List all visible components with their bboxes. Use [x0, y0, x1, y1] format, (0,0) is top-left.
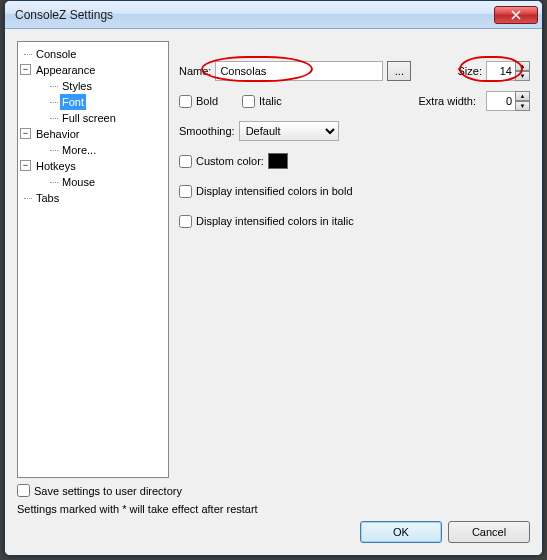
font-settings-panel: Name: ... Size: ▲ ▼ — [179, 41, 530, 478]
dialog-content: Console − Appearance Styles Font Full sc… — [5, 29, 542, 555]
intensified-bold-label: Display intensified colors in bold — [196, 185, 353, 197]
custom-color-label: Custom color: — [196, 155, 264, 167]
tree-node-styles[interactable]: Styles — [46, 78, 166, 94]
size-input[interactable] — [486, 61, 516, 81]
size-down-button[interactable]: ▼ — [515, 71, 530, 81]
tree-node-font[interactable]: Font — [46, 94, 166, 110]
collapse-icon[interactable]: − — [20, 128, 31, 139]
close-icon — [511, 10, 521, 20]
extra-width-up-button[interactable]: ▲ — [515, 91, 530, 101]
smoothing-select[interactable]: Default — [239, 121, 339, 141]
window-title: ConsoleZ Settings — [15, 8, 494, 22]
tree-node-tabs[interactable]: Tabs — [20, 190, 166, 206]
tree-node-console[interactable]: Console — [20, 46, 166, 62]
tree-node-hotkeys[interactable]: − Hotkeys Mouse — [20, 158, 166, 190]
font-name-input[interactable] — [215, 61, 383, 81]
tree-node-fullscreen[interactable]: Full screen — [46, 110, 166, 126]
browse-font-button[interactable]: ... — [387, 61, 411, 81]
italic-checkbox[interactable] — [242, 95, 255, 108]
extra-width-down-button[interactable]: ▼ — [515, 101, 530, 111]
close-button[interactable] — [494, 6, 538, 24]
tree-node-more[interactable]: More... — [46, 142, 166, 158]
save-user-dir-checkbox[interactable] — [17, 484, 30, 497]
save-user-dir-label: Save settings to user directory — [34, 485, 182, 497]
nav-tree[interactable]: Console − Appearance Styles Font Full sc… — [17, 41, 169, 478]
extra-width-spinner[interactable]: ▲ ▼ — [486, 91, 530, 111]
bold-label: Bold — [196, 95, 218, 107]
size-spinner[interactable]: ▲ ▼ — [486, 61, 530, 81]
dialog-footer: Save settings to user directory Settings… — [17, 478, 530, 543]
bold-checkbox[interactable] — [179, 95, 192, 108]
settings-dialog: ConsoleZ Settings Console − Appearance S… — [4, 0, 543, 556]
size-up-button[interactable]: ▲ — [515, 61, 530, 71]
intensified-bold-checkbox[interactable] — [179, 185, 192, 198]
tree-node-appearance[interactable]: − Appearance Styles Font Full screen — [20, 62, 166, 126]
color-swatch[interactable] — [268, 153, 288, 169]
intensified-italic-checkbox[interactable] — [179, 215, 192, 228]
size-label: Size: — [458, 65, 482, 77]
main-area: Console − Appearance Styles Font Full sc… — [17, 41, 530, 478]
collapse-icon[interactable]: − — [20, 64, 31, 75]
restart-hint: Settings marked with * will take effect … — [17, 503, 530, 515]
intensified-italic-label: Display intensified colors in italic — [196, 215, 354, 227]
extra-width-input[interactable] — [486, 91, 516, 111]
custom-color-checkbox[interactable] — [179, 155, 192, 168]
name-label: Name: — [179, 65, 211, 77]
smoothing-label: Smoothing: — [179, 125, 235, 137]
ok-button[interactable]: OK — [360, 521, 442, 543]
tree-node-mouse[interactable]: Mouse — [46, 174, 166, 190]
italic-label: Italic — [259, 95, 282, 107]
collapse-icon[interactable]: − — [20, 160, 31, 171]
cancel-button[interactable]: Cancel — [448, 521, 530, 543]
extra-width-label: Extra width: — [419, 95, 476, 107]
tree-node-behavior[interactable]: − Behavior More... — [20, 126, 166, 158]
titlebar[interactable]: ConsoleZ Settings — [5, 1, 542, 29]
